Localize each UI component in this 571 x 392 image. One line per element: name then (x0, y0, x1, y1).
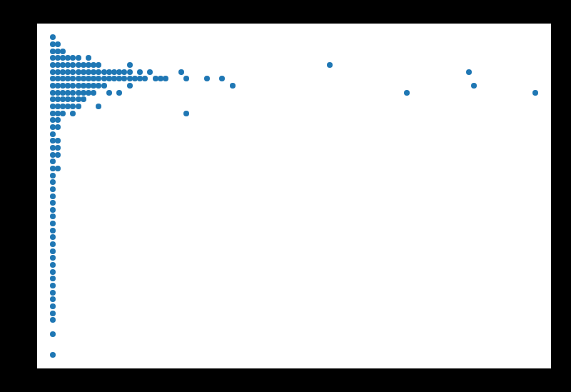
data-point (147, 69, 153, 75)
data-point (50, 186, 56, 192)
data-point (230, 83, 236, 89)
data-point (327, 62, 333, 68)
data-point (50, 221, 56, 226)
data-point (50, 311, 56, 316)
data-point (55, 138, 61, 144)
data-point (50, 213, 56, 219)
data-point (50, 255, 56, 261)
data-point (50, 207, 56, 213)
data-point (50, 34, 56, 40)
data-point (50, 352, 56, 358)
data-point (50, 296, 56, 302)
data-point (50, 276, 56, 281)
data-point (50, 290, 56, 296)
data-point (116, 90, 122, 96)
data-point (50, 262, 56, 268)
data-point (55, 124, 61, 130)
data-point (70, 111, 76, 116)
data-point (404, 90, 410, 96)
data-point (219, 76, 225, 81)
data-point (76, 55, 81, 61)
data-point (50, 317, 56, 323)
data-point (50, 303, 56, 309)
data-point (55, 152, 61, 158)
data-point (50, 131, 56, 137)
data-point (532, 90, 538, 96)
data-point (50, 283, 56, 288)
data-point (81, 96, 86, 102)
figure (0, 0, 571, 392)
data-point (60, 49, 66, 54)
data-point (127, 62, 133, 68)
data-point (50, 179, 56, 185)
data-point (471, 83, 477, 89)
data-point (106, 90, 112, 96)
data-point (183, 111, 189, 116)
data-point (50, 228, 56, 233)
data-point (50, 200, 56, 206)
data-point (50, 269, 56, 275)
data-point (55, 145, 61, 151)
data-point (163, 76, 168, 81)
data-point (137, 69, 143, 75)
data-point (50, 331, 56, 337)
scatter-plot (37, 24, 551, 368)
data-point (50, 194, 56, 199)
data-point (96, 62, 101, 68)
data-point (55, 166, 61, 171)
data-point (127, 69, 133, 75)
data-point (50, 248, 56, 254)
data-point (60, 111, 66, 116)
data-point (178, 69, 184, 75)
data-point (142, 76, 148, 81)
data-point (55, 117, 61, 123)
data-point (50, 159, 56, 164)
data-point (204, 76, 210, 81)
data-point (50, 234, 56, 240)
data-point (55, 41, 61, 47)
data-point (50, 241, 56, 247)
data-point (76, 104, 81, 109)
data-point (101, 83, 107, 89)
data-point (91, 90, 96, 96)
data-point (50, 173, 56, 179)
data-point (127, 83, 133, 89)
data-point (183, 76, 189, 81)
data-point (466, 69, 472, 75)
data-point (86, 55, 91, 61)
data-point (96, 104, 101, 109)
